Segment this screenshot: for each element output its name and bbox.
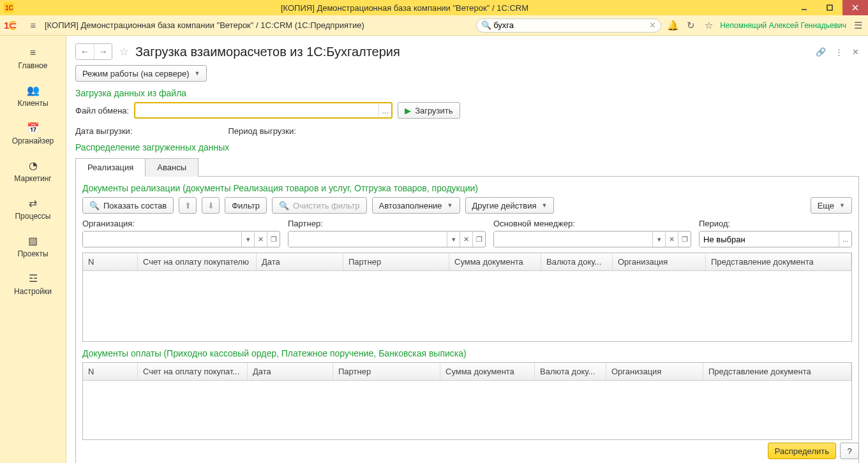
sidebar-item-settings[interactable]: ☲Настройки	[0, 266, 66, 304]
autofill-button[interactable]: Автозаполнение▼	[372, 197, 460, 214]
move-up-button[interactable]: ⬆	[179, 197, 197, 214]
sidebar-item-label: Маркетинг	[14, 174, 51, 183]
search-icon: 🔍	[481, 20, 491, 30]
footer-bar: Распределить ?	[768, 443, 859, 459]
file-browse-button[interactable]: ...	[378, 103, 391, 117]
other-actions-button[interactable]: Другие действия▼	[465, 197, 555, 214]
page-header: ← → ☆ Загрузка взаиморасчетов из 1С:Бухг…	[66, 36, 868, 65]
col-org[interactable]: Организация	[613, 253, 706, 270]
current-user[interactable]: Непомнящий Алексей Геннадьевич	[720, 21, 846, 30]
load-button[interactable]: ▶Загрузить	[398, 102, 460, 119]
col-sum[interactable]: Сумма документа	[440, 363, 535, 380]
play-icon: ▶	[405, 106, 411, 115]
show-composition-button[interactable]: 🔍Показать состав	[82, 197, 174, 214]
col-repr[interactable]: Представление документа	[706, 253, 851, 270]
combo-dropdown-icon[interactable]: ▾	[447, 231, 460, 247]
col-sum[interactable]: Сумма документа	[449, 253, 541, 270]
svg-rect-3	[827, 5, 832, 10]
col-invoice[interactable]: Счет на оплату покупат...	[138, 363, 248, 380]
help-button[interactable]: ?	[840, 443, 859, 459]
move-down-button[interactable]: ⬇	[202, 197, 220, 214]
nav-forward-button[interactable]: →	[94, 44, 112, 59]
filter-manager-label: Основной менеджер:	[493, 219, 691, 228]
os-window-title: [КОПИЯ] Демонстрационная база компании "…	[18, 3, 791, 13]
sidebar: ≡Главное 👥Клиенты 📅Органайзер ◔Маркетинг…	[0, 36, 66, 463]
filter-button[interactable]: Фильтр	[225, 197, 267, 214]
menu-lines-icon[interactable]: ☰	[851, 20, 864, 31]
filter-partner-combo: ▾ ✕ ❐	[288, 231, 486, 247]
clear-filter-icon: 🔍	[279, 201, 289, 210]
show-label: Показать состав	[103, 201, 167, 210]
window-maximize-button[interactable]	[817, 0, 842, 15]
sidebar-item-label: Процессы	[15, 212, 50, 221]
sidebar-item-projects[interactable]: ▧Проекты	[0, 228, 66, 266]
col-currency[interactable]: Валюта доку...	[541, 253, 613, 270]
sidebar-item-organizer[interactable]: 📅Органайзер	[0, 115, 66, 153]
col-org[interactable]: Организация	[606, 363, 703, 380]
col-invoice[interactable]: Счет на оплату покупателю	[138, 253, 257, 270]
more-button[interactable]: Еще▼	[811, 197, 852, 214]
filter-partner-input[interactable]	[288, 231, 447, 247]
col-repr[interactable]: Представление документа	[703, 363, 851, 380]
col-n[interactable]: N	[83, 363, 138, 380]
link-icon[interactable]: 🔗	[816, 47, 826, 57]
history-icon[interactable]: ↻	[684, 20, 697, 31]
col-partner[interactable]: Партнер	[343, 253, 449, 270]
window-minimize-button[interactable]	[791, 0, 817, 15]
col-partner[interactable]: Партнер	[333, 363, 440, 380]
os-titlebar: 1C [КОПИЯ] Демонстрационная база компани…	[0, 0, 868, 15]
kebab-icon[interactable]: ⋮	[835, 47, 843, 57]
export-info-row: Дата выгрузки: Период выгрузки:	[75, 126, 859, 136]
close-page-icon[interactable]: ✕	[852, 47, 859, 57]
combo-dropdown-icon[interactable]: ▾	[241, 231, 254, 247]
grid-body[interactable]	[83, 271, 851, 341]
chevron-down-icon: ▼	[839, 202, 845, 209]
file-input[interactable]	[135, 103, 378, 117]
tab-advances[interactable]: Авансы	[145, 158, 198, 177]
combo-browse-icon[interactable]: ...	[839, 231, 851, 247]
col-date[interactable]: Дата	[248, 363, 333, 380]
realization-grid: N Счет на оплату покупателю Дата Партнер…	[82, 253, 852, 342]
combo-open-icon[interactable]: ❐	[678, 231, 691, 247]
export-period-label: Период выгрузки:	[228, 126, 296, 136]
sidebar-item-main[interactable]: ≡Главное	[0, 41, 66, 78]
window-close-button[interactable]	[842, 0, 868, 15]
payments-title: Документы оплаты (Приходно кассовый орде…	[82, 348, 852, 358]
sidebar-item-marketing[interactable]: ◔Маркетинг	[0, 153, 66, 191]
filter-partner-label: Партнер:	[288, 219, 486, 228]
col-currency[interactable]: Валюта доку...	[535, 363, 606, 380]
hamburger-icon[interactable]: ≡	[27, 20, 40, 31]
combo-dropdown-icon[interactable]: ▾	[652, 231, 665, 247]
tabs: Реализация Авансы	[75, 158, 859, 177]
help-label: ?	[847, 446, 851, 456]
search-wrap: 🔍 ✕	[476, 18, 661, 33]
nav-back-button[interactable]: ←	[76, 44, 94, 59]
combo-clear-icon[interactable]: ✕	[254, 231, 267, 247]
favorite-star-icon[interactable]: ☆	[119, 45, 129, 59]
filter-org-label: Организация:	[82, 219, 280, 228]
search-clear-icon[interactable]: ✕	[649, 20, 656, 30]
grid-body[interactable]	[83, 381, 851, 439]
combo-clear-icon[interactable]: ✕	[460, 231, 472, 247]
filter-period-input[interactable]	[700, 231, 839, 247]
sidebar-item-clients[interactable]: 👥Клиенты	[0, 78, 66, 115]
clear-filter-button[interactable]: 🔍Очистить фильтр	[272, 197, 367, 214]
combo-clear-icon[interactable]: ✕	[665, 231, 678, 247]
star-icon[interactable]: ☆	[702, 20, 715, 31]
distribute-button[interactable]: Распределить	[768, 443, 836, 459]
sidebar-item-label: Настройки	[14, 287, 52, 296]
col-date[interactable]: Дата	[257, 253, 343, 270]
tab-realization[interactable]: Реализация	[75, 158, 146, 177]
filter-org-combo: ▾ ✕ ❐	[82, 231, 280, 247]
combo-open-icon[interactable]: ❐	[267, 231, 280, 247]
filter-period-label: Период:	[699, 219, 852, 228]
filter-org-input[interactable]	[83, 231, 241, 247]
combo-open-icon[interactable]: ❐	[472, 231, 485, 247]
col-n[interactable]: N	[83, 253, 138, 270]
global-search-input[interactable]	[476, 18, 661, 33]
mode-button[interactable]: Режим работы (на сервере)▼	[75, 65, 207, 82]
filter-manager-input[interactable]	[494, 231, 652, 247]
bell-icon[interactable]: 🔔	[666, 20, 679, 31]
grid-toolbar: 🔍Показать состав ⬆ ⬇ Фильтр 🔍Очистить фи…	[82, 197, 852, 214]
sidebar-item-processes[interactable]: ⇄Процессы	[0, 191, 66, 228]
